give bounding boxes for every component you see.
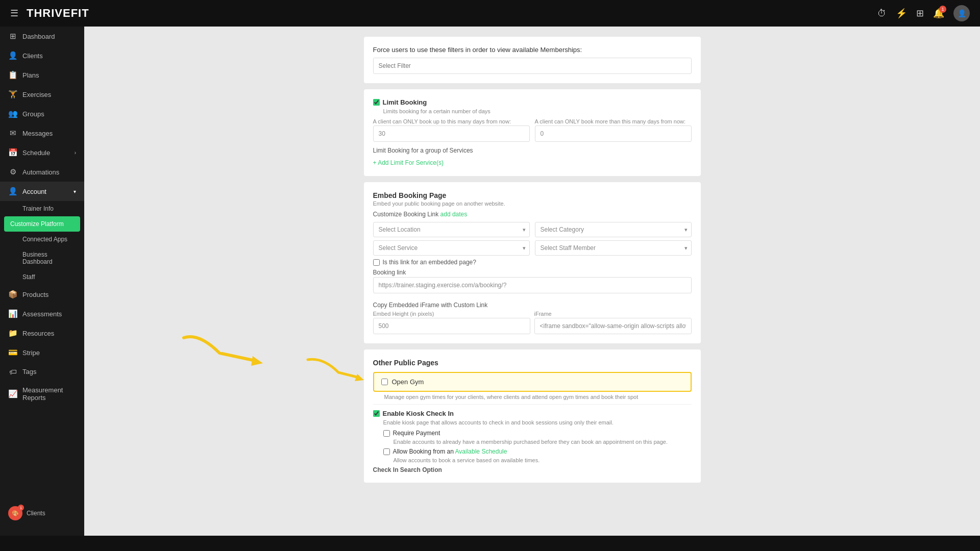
plans-icon: 📋 [8,70,17,80]
other-public-title: Other Public Pages [373,359,692,367]
is-embedded-checkbox[interactable] [373,259,380,266]
svg-marker-0 [355,374,364,381]
open-gym-box: Open Gym [373,372,692,392]
groups-icon: 👥 [8,109,17,118]
schedule-icon: 📅 [8,148,17,157]
copy-embed-title: Copy Embedded iFrame with Custom Link [373,302,692,309]
sidebar-sub-trainer-info[interactable]: Trainer Info [0,201,84,216]
embed-height-label: Embed Height (in pixels) [373,311,530,317]
limit-booking-fields: A client can ONLY book up to this many d… [373,118,692,142]
require-payment-desc: Enable accounts to already have a member… [394,439,692,445]
limit-group-section: Limit Booking for a group of Services + … [373,147,692,167]
limit-booking-title: Limit Booking [383,98,427,106]
allow-booking-checkbox[interactable] [383,448,390,455]
limit-booking-checkbox-row: Limit Booking [373,98,692,106]
sidebar-item-tags[interactable]: 🏷 Tags [0,362,84,381]
select-service-wrap: Select Service [373,240,530,256]
limit-group-label: Limit Booking for a group of Services [373,147,692,154]
sidebar-item-stripe[interactable]: 💳 Stripe [0,343,84,362]
sidebar-label-account: Account [22,188,68,195]
avatar[interactable]: 👤 [953,5,970,21]
top-bar-right: ⏱ ⚡ ⊞ 🔔 1 👤 [877,5,970,21]
select-filter-input[interactable] [373,58,692,74]
iframe-label: iFrame [534,311,692,317]
force-filter-title: Force users to use these filters in orde… [373,46,692,54]
content-inner: Force users to use these filters in orde… [354,27,711,499]
sidebar-user-avatar: 🎨 1 [8,506,22,520]
kiosk-desc: Enable kiosk page that allows accounts t… [383,419,692,425]
sidebar-item-measurement-reports[interactable]: 📈 Measurement Reports [0,381,84,407]
limit-booking-desc: Limits booking for a certain number of d… [383,108,692,114]
sidebar-sub-connected-apps[interactable]: Connected Apps [0,232,84,247]
select-staff[interactable]: Select Staff Member [535,240,692,256]
exercises-icon: 🏋 [8,90,17,99]
booking-link-input[interactable] [373,277,692,293]
select-category[interactable]: Select Category [535,222,692,237]
limit-booking-checkbox[interactable] [373,99,380,106]
require-payment-checkbox[interactable] [383,430,390,437]
add-limit-link[interactable]: + Add Limit For Service(s) [373,159,444,166]
available-schedule-link[interactable]: Available Schedule [455,448,507,455]
sidebar: ⊞ Dashboard 👤 Clients 📋 Plans 🏋 Exercise… [0,27,84,536]
sidebar-label-plans: Plans [22,71,76,79]
limit-field2-input[interactable] [535,126,692,142]
limit-field1-input[interactable] [373,126,530,142]
sidebar-item-clients[interactable]: 👤 Clients [0,46,84,65]
open-gym-desc: Manage open gym times for your clients, … [373,394,692,400]
sidebar-sub-business-dashboard[interactable]: Business Dashboard [0,247,84,269]
sidebar-label-products: Products [22,291,76,298]
app-logo: THRIVEFIT [27,7,89,20]
sidebar-item-messages[interactable]: ✉ Messages [0,123,84,143]
sidebar-sub-staff[interactable]: Staff [0,269,84,285]
stripe-icon: 💳 [8,348,17,357]
select-location[interactable]: Select Location [373,222,530,237]
iframe-input[interactable] [534,318,692,334]
notification-badge: 1 [939,6,946,13]
select-service[interactable]: Select Service [373,240,530,256]
sidebar-sub-customize-platform[interactable]: Customize Platform [4,216,80,232]
sidebar-label-schedule: Schedule [22,149,69,157]
require-payment-label: Require Payment [393,430,440,437]
kiosk-checkbox[interactable] [373,410,380,417]
products-icon: 📦 [8,290,17,299]
sidebar-bottom-user: 🎨 1 Clients [0,501,84,525]
service-staff-row: Select Service Select Staff Member [373,240,692,256]
is-embedded-label: Is this link for an embedded page? [383,259,476,266]
embed-booking-card: Embed Booking Page Embed your public boo… [364,182,701,343]
sidebar-user-label: Clients [27,510,45,517]
add-dates-link[interactable]: add dates [440,211,468,218]
sidebar-item-account[interactable]: 👤 Account ▾ [0,182,84,201]
limit-booking-field1: A client can ONLY book up to this many d… [373,118,530,142]
booking-link-label: Booking link [373,269,692,276]
kiosk-title: Enable Kiosk Check In [383,410,454,417]
sidebar-item-products[interactable]: 📦 Products [0,285,84,304]
sidebar-item-resources[interactable]: 📁 Resources [0,323,84,343]
select-category-wrap: Select Category [535,222,692,237]
sidebar-item-assessments[interactable]: 📊 Assessments [0,304,84,323]
open-gym-label: Open Gym [392,378,424,386]
sidebar-item-groups[interactable]: 👥 Groups [0,104,84,123]
tags-icon: 🏷 [8,367,17,376]
automations-icon: ⚙ [8,167,17,177]
embed-height-input[interactable] [373,318,530,334]
sidebar-label-exercises: Exercises [22,91,76,98]
sidebar-label-stripe: Stripe [22,349,76,357]
menu-icon[interactable]: ☰ [10,8,18,19]
open-gym-checkbox[interactable] [381,379,388,385]
arrow-annotation [303,355,369,387]
resources-icon: 📁 [8,329,17,338]
sidebar-label-tags: Tags [22,368,76,375]
force-filter-card: Force users to use these filters in orde… [364,37,701,83]
sidebar-item-schedule[interactable]: 📅 Schedule › [0,143,84,162]
grid-icon[interactable]: ⊞ [916,8,924,19]
notification-icon[interactable]: 🔔 1 [933,8,944,19]
sidebar-item-automations[interactable]: ⚙ Automations [0,162,84,182]
iframe-col: iFrame [534,311,692,334]
sidebar-item-dashboard[interactable]: ⊞ Dashboard [0,27,84,46]
sidebar-item-exercises[interactable]: 🏋 Exercises [0,85,84,104]
location-category-row: Select Location Select Category [373,222,692,237]
sidebar-item-plans[interactable]: 📋 Plans [0,65,84,85]
content-area: Force users to use these filters in orde… [84,27,980,536]
lightning-icon[interactable]: ⚡ [896,8,907,19]
timer-icon[interactable]: ⏱ [877,8,887,19]
